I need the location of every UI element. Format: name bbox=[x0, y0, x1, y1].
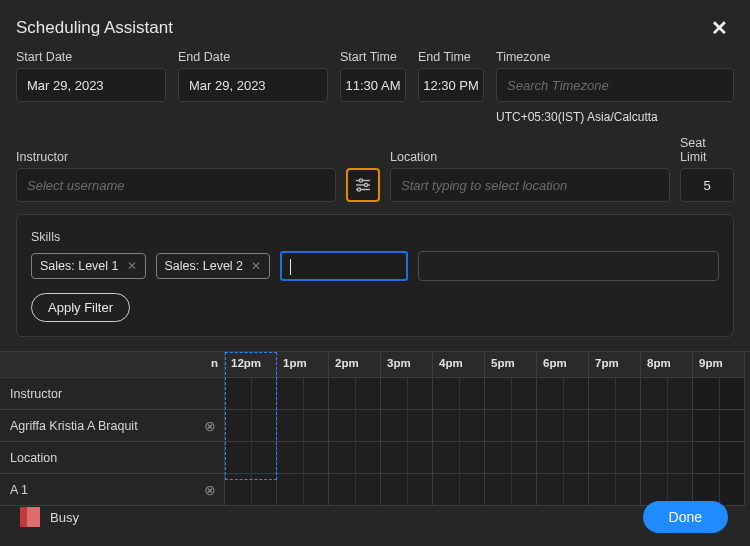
grid-slot[interactable] bbox=[485, 410, 537, 442]
grid-slot[interactable] bbox=[433, 442, 485, 474]
grid-hour-header: 9pm bbox=[693, 352, 745, 378]
start-date-input[interactable] bbox=[16, 68, 166, 102]
grid-slot[interactable] bbox=[485, 442, 537, 474]
timezone-display: UTC+05:30(IST) Asia/Calcutta bbox=[496, 110, 734, 124]
grid-slot[interactable] bbox=[433, 410, 485, 442]
grid-header-spacer: n bbox=[0, 352, 225, 378]
sliders-icon bbox=[355, 178, 371, 192]
end-date-label: End Date bbox=[178, 50, 328, 64]
grid-hour-header: 1pm bbox=[277, 352, 329, 378]
timezone-input[interactable] bbox=[496, 68, 734, 102]
grid-slot[interactable] bbox=[329, 442, 381, 474]
svg-point-5 bbox=[357, 188, 360, 191]
skill-chip[interactable]: Sales: Level 2 ✕ bbox=[156, 253, 271, 279]
instructor-input[interactable] bbox=[16, 168, 336, 202]
skills-input-tail[interactable] bbox=[418, 251, 719, 281]
grid-hour-header: 2pm bbox=[329, 352, 381, 378]
grid-slot[interactable] bbox=[537, 410, 589, 442]
grid-slot[interactable] bbox=[329, 410, 381, 442]
filter-button[interactable] bbox=[346, 168, 380, 202]
start-time-input[interactable] bbox=[340, 68, 406, 102]
grid-hour-header: 3pm bbox=[381, 352, 433, 378]
grid-row-label: Agriffa Kristia A Braquit⊗ bbox=[0, 410, 225, 442]
grid-row-label: Instructor bbox=[0, 378, 225, 410]
timezone-label: Timezone bbox=[496, 50, 734, 64]
grid-slot[interactable] bbox=[641, 410, 693, 442]
grid-slot[interactable] bbox=[589, 410, 641, 442]
skill-chip[interactable]: Sales: Level 1 ✕ bbox=[31, 253, 146, 279]
text-caret bbox=[290, 259, 291, 275]
grid-slot[interactable] bbox=[381, 378, 433, 410]
grid-hour-header: 6pm bbox=[537, 352, 589, 378]
grid-hour-header: 4pm bbox=[433, 352, 485, 378]
grid-slot[interactable] bbox=[589, 442, 641, 474]
skill-chip-label: Sales: Level 1 bbox=[40, 259, 119, 273]
grid-slot[interactable] bbox=[537, 378, 589, 410]
grid-row-label-text: Agriffa Kristia A Braquit bbox=[10, 419, 138, 433]
skills-panel: Skills Sales: Level 1 ✕ Sales: Level 2 ✕… bbox=[16, 214, 734, 337]
grid-slot[interactable] bbox=[277, 410, 329, 442]
seat-limit-label: Seat Limit bbox=[680, 136, 734, 164]
close-icon[interactable]: ✕ bbox=[711, 16, 728, 40]
grid-row-label: Location bbox=[0, 442, 225, 474]
grid-slot[interactable] bbox=[381, 410, 433, 442]
grid-slot[interactable] bbox=[225, 410, 277, 442]
svg-point-1 bbox=[359, 179, 362, 182]
location-label: Location bbox=[390, 150, 670, 164]
end-date-input[interactable] bbox=[178, 68, 328, 102]
seat-limit-input[interactable] bbox=[680, 168, 734, 202]
skill-chip-label: Sales: Level 2 bbox=[165, 259, 244, 273]
grid-slot[interactable] bbox=[225, 378, 277, 410]
skills-label: Skills bbox=[31, 230, 60, 244]
dialog-title: Scheduling Assistant bbox=[16, 18, 173, 38]
grid-hour-header: 8pm bbox=[641, 352, 693, 378]
grid-slot[interactable] bbox=[225, 442, 277, 474]
grid-slot[interactable] bbox=[277, 442, 329, 474]
instructor-label: Instructor bbox=[16, 150, 336, 164]
grid-slot[interactable] bbox=[537, 442, 589, 474]
location-input[interactable] bbox=[390, 168, 670, 202]
done-button[interactable]: Done bbox=[643, 501, 728, 533]
chip-remove-icon[interactable]: ✕ bbox=[251, 259, 261, 273]
start-date-label: Start Date bbox=[16, 50, 166, 64]
grid-row-label-text: Instructor bbox=[10, 387, 62, 401]
busy-swatch bbox=[20, 507, 40, 527]
grid-slot[interactable] bbox=[693, 442, 745, 474]
grid-hour-header: 5pm bbox=[485, 352, 537, 378]
grid-slot[interactable] bbox=[485, 378, 537, 410]
chip-remove-icon[interactable]: ✕ bbox=[127, 259, 137, 273]
grid-slot[interactable] bbox=[641, 378, 693, 410]
busy-label: Busy bbox=[50, 510, 79, 525]
end-time-input[interactable] bbox=[418, 68, 484, 102]
grid-slot[interactable] bbox=[589, 378, 641, 410]
grid-row-label-text: Location bbox=[10, 451, 57, 465]
grid-slot[interactable] bbox=[641, 442, 693, 474]
grid-slot[interactable] bbox=[329, 378, 381, 410]
start-time-label: Start Time bbox=[340, 50, 406, 64]
row-remove-icon[interactable]: ⊗ bbox=[204, 418, 216, 434]
end-time-label: End Time bbox=[418, 50, 484, 64]
grid-slot[interactable] bbox=[277, 378, 329, 410]
grid-slot[interactable] bbox=[693, 378, 745, 410]
grid-hour-header: 7pm bbox=[589, 352, 641, 378]
svg-point-3 bbox=[364, 183, 367, 186]
skill-search-input[interactable] bbox=[280, 251, 408, 281]
grid-hour-header: 12pm bbox=[225, 352, 277, 378]
grid-slot[interactable] bbox=[381, 442, 433, 474]
apply-filter-button[interactable]: Apply Filter bbox=[31, 293, 130, 322]
grid-slot[interactable] bbox=[693, 410, 745, 442]
grid-slot[interactable] bbox=[433, 378, 485, 410]
